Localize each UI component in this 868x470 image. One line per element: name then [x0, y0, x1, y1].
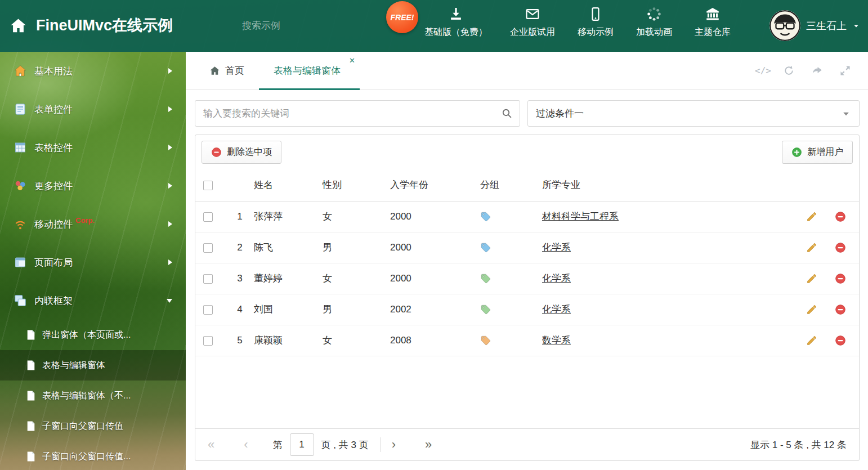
- sidebar-item[interactable]: 内联框架: [0, 281, 186, 320]
- header-nav-item[interactable]: 加载动画: [636, 6, 672, 38]
- sidebar-subitem-label: 子窗口向父窗口传值...: [42, 451, 131, 463]
- last-page-icon[interactable]: »: [425, 438, 432, 451]
- sidebar-item-label: 页面布局: [34, 256, 73, 269]
- edit-icon[interactable]: [806, 335, 817, 346]
- sidebar-subitem[interactable]: 子窗口向父窗口传值: [0, 411, 186, 441]
- header-nav: 基础版（免费） 企业版试用 移动示例 加载动画: [424, 6, 731, 38]
- refresh-icon[interactable]: [783, 65, 795, 77]
- add-icon: [791, 147, 802, 158]
- cell-major: 化学系: [542, 294, 791, 325]
- filter-select[interactable]: 过滤条件一: [527, 100, 860, 127]
- cell-gender: 女: [323, 263, 390, 294]
- major-link[interactable]: 材料科学与工程系: [542, 211, 619, 222]
- major-link[interactable]: 化学系: [542, 304, 571, 315]
- keyword-search-box: [195, 100, 520, 127]
- cell-actions: [791, 232, 859, 263]
- sidebar-subitem[interactable]: 弹出窗体（本页面或...: [0, 320, 186, 350]
- cell-major: 材料科学与工程系: [542, 201, 791, 232]
- major-link[interactable]: 化学系: [542, 242, 571, 253]
- add-user-button[interactable]: 新增用户: [782, 141, 853, 164]
- sidebar-item[interactable]: 移动控件 Corp.: [0, 205, 186, 243]
- delete-icon[interactable]: [835, 211, 846, 222]
- tab-grid-edit-window[interactable]: 表格与编辑窗体 ✕: [259, 52, 360, 89]
- edit-icon[interactable]: [806, 304, 817, 315]
- grid-toolbar: 删除选中项 新增用户: [195, 135, 859, 169]
- column-header: 所学专业: [542, 169, 791, 201]
- edit-icon[interactable]: [806, 242, 817, 253]
- row-checkbox[interactable]: [203, 305, 213, 315]
- sidebar-subitem[interactable]: 表格与编辑窗体（不...: [0, 381, 186, 411]
- header-nav-item[interactable]: 主题仓库: [695, 6, 731, 38]
- cell-major: 化学系: [542, 263, 791, 294]
- grid-panel: 删除选中项 新增用户: [195, 135, 860, 461]
- select-all-checkbox[interactable]: [203, 181, 213, 190]
- cell-year: 2002: [390, 294, 480, 325]
- column-header: 分组: [480, 169, 542, 201]
- chevron-icon: [168, 106, 172, 112]
- column-header-number: [226, 169, 254, 201]
- row-checkbox[interactable]: [203, 336, 213, 346]
- cell-name: 康颖颖: [254, 325, 323, 356]
- major-link[interactable]: 数学系: [542, 335, 571, 346]
- username: 三生石上: [806, 19, 847, 33]
- close-icon[interactable]: ✕: [349, 57, 355, 64]
- edit-icon[interactable]: [806, 211, 817, 222]
- table-row: 4 刘国 男 2002 化学系: [195, 294, 859, 325]
- row-checkbox[interactable]: [203, 212, 213, 222]
- sidebar-subitem[interactable]: 表格与编辑窗体: [0, 350, 186, 381]
- keyword-search-input[interactable]: [203, 108, 501, 119]
- header-nav-item[interactable]: 移动示例: [578, 6, 614, 38]
- filter-selected-value: 过滤条件一: [536, 107, 841, 120]
- cell-name: 张萍萍: [254, 201, 323, 232]
- cell-year: 2000: [390, 263, 480, 294]
- delete-icon[interactable]: [835, 335, 846, 346]
- sidebar-item[interactable]: 更多控件: [0, 167, 186, 205]
- delete-icon[interactable]: [835, 242, 846, 253]
- sidebar-subitem[interactable]: 子窗口向父窗口传值...: [0, 441, 186, 470]
- search-row: 过滤条件一: [195, 100, 860, 127]
- header-nav-item[interactable]: 基础版（免费）: [424, 6, 487, 38]
- tag-icon: [480, 211, 491, 222]
- edit-icon[interactable]: [806, 273, 817, 284]
- prev-page-icon[interactable]: ‹: [244, 438, 248, 451]
- nav-label: 企业版试用: [510, 26, 555, 38]
- row-number: 1: [226, 201, 254, 232]
- table-row: 3 董婷婷 女 2000 化学系: [195, 263, 859, 294]
- header-search-input[interactable]: [242, 20, 366, 32]
- search-icon[interactable]: [501, 108, 513, 119]
- layout-icon: [14, 256, 27, 269]
- avatar[interactable]: [769, 10, 800, 41]
- tab-home[interactable]: 首页: [195, 52, 259, 89]
- expand-icon[interactable]: [839, 65, 851, 77]
- row-checkbox[interactable]: [203, 274, 213, 284]
- cell-name: 董婷婷: [254, 263, 323, 294]
- share-icon[interactable]: [811, 65, 823, 77]
- sidebar-item[interactable]: 基本用法: [0, 52, 186, 90]
- row-checkbox[interactable]: [203, 243, 213, 253]
- page-number-input[interactable]: [290, 433, 314, 456]
- delete-icon[interactable]: [835, 273, 846, 284]
- delete-icon: [211, 147, 222, 158]
- spinner-icon: [646, 6, 662, 22]
- table-row: 2 陈飞 男 2000 化学系: [195, 232, 859, 263]
- sidebar-subitem-label: 表格与编辑窗体: [42, 360, 105, 371]
- home-icon[interactable]: [10, 17, 27, 34]
- user-menu[interactable]: 三生石上: [769, 10, 860, 41]
- download-icon: [448, 6, 464, 22]
- major-link[interactable]: 化学系: [542, 273, 571, 284]
- delete-icon[interactable]: [835, 304, 846, 315]
- chevron-icon: [168, 259, 172, 265]
- code-icon[interactable]: </>: [755, 65, 767, 77]
- table-header-row: 姓名 性别 入学年份 分组 所学专业: [195, 169, 859, 201]
- next-page-icon[interactable]: ›: [392, 438, 396, 451]
- sidebar-item[interactable]: 表单控件: [0, 90, 186, 128]
- row-number: 3: [226, 263, 254, 294]
- cell-gender: 男: [323, 232, 390, 263]
- row-number: 4: [226, 294, 254, 325]
- first-page-icon[interactable]: «: [208, 438, 214, 451]
- delete-selected-button[interactable]: 删除选中项: [202, 141, 281, 164]
- row-number: 2: [226, 232, 254, 263]
- header-nav-item[interactable]: 企业版试用: [510, 6, 555, 38]
- sidebar-item[interactable]: 表格控件: [0, 128, 186, 167]
- sidebar-item[interactable]: 页面布局: [0, 243, 186, 281]
